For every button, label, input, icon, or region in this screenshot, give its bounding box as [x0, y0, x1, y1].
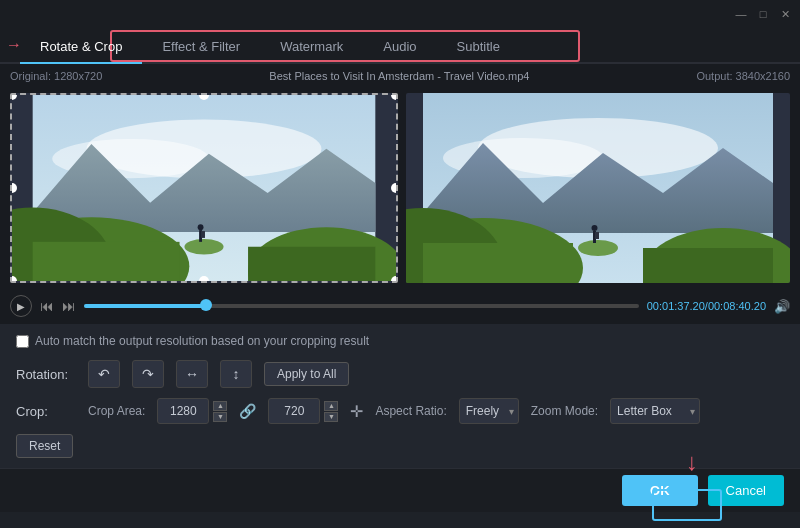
flip-vertical-button[interactable]: ↕	[220, 360, 252, 388]
reset-button[interactable]: Reset	[16, 434, 73, 458]
tab-bar: → Rotate & Crop Effect & Filter Watermar…	[0, 28, 800, 64]
crop-height-input[interactable]	[268, 398, 320, 424]
controls-area: Auto match the output resolution based o…	[0, 324, 800, 468]
volume-icon[interactable]: 🔊	[774, 299, 790, 314]
aspect-ratio-select[interactable]: Freely 16:9 4:3 1:1	[459, 398, 519, 424]
output-label: Output: 3840x2160	[696, 70, 790, 82]
svg-point-22	[578, 240, 618, 256]
tab-subtitle[interactable]: Subtitle	[437, 31, 520, 62]
svg-point-11	[198, 224, 204, 230]
maximize-button[interactable]: □	[756, 7, 770, 21]
crop-row: Crop: Crop Area: ▲ ▼ 🔗 ▲ ▼ ✛ Aspect Rati…	[16, 398, 784, 424]
crop-handle-tr[interactable]	[391, 93, 398, 100]
crop-height-up[interactable]: ▲	[324, 401, 338, 411]
original-label: Original: 1280x720	[10, 70, 102, 82]
crop-height-group: ▲ ▼	[268, 398, 338, 424]
video-title: Best Places to Visit In Amsterdam - Trav…	[269, 70, 529, 82]
tab-watermark[interactable]: Watermark	[260, 31, 363, 62]
crop-handle-bl[interactable]	[10, 276, 17, 283]
seek-bar[interactable]	[84, 304, 639, 308]
seek-thumb[interactable]	[200, 299, 212, 311]
apply-all-button[interactable]: Apply to All	[264, 362, 349, 386]
crop-height-spinners: ▲ ▼	[324, 401, 338, 422]
video-area: Original: 1280x720 Best Places to Visit …	[0, 64, 800, 324]
crop-handle-br[interactable]	[391, 276, 398, 283]
crop-width-down[interactable]: ▼	[213, 412, 227, 422]
svg-point-24	[592, 225, 598, 231]
prev-frame-button[interactable]: ⏮	[40, 298, 54, 314]
crop-label: Crop:	[16, 404, 76, 419]
video-preview-output	[406, 93, 790, 283]
zoom-mode-label: Zoom Mode:	[531, 404, 598, 418]
crop-width-spinners: ▲ ▼	[213, 401, 227, 422]
cancel-button[interactable]: Cancel	[708, 475, 784, 506]
close-button[interactable]: ✕	[778, 7, 792, 21]
svg-point-9	[184, 239, 223, 255]
tab-effect-filter[interactable]: Effect & Filter	[142, 31, 260, 62]
bottom-bar: OK Cancel	[0, 468, 800, 512]
link-icon: 🔗	[239, 403, 256, 419]
title-bar: — □ ✕	[0, 0, 800, 28]
reset-row: Reset	[16, 434, 784, 458]
next-frame-button[interactable]: ⏭	[62, 298, 76, 314]
play-button[interactable]: ▶	[10, 295, 32, 317]
video-previews	[0, 88, 800, 288]
time-display: 00:01:37.20/00:08:40.20	[647, 300, 766, 312]
rotation-label: Rotation:	[16, 367, 76, 382]
ok-button[interactable]: OK	[622, 475, 698, 506]
video-preview-original	[10, 93, 398, 283]
rotate-right-button[interactable]: ↷	[132, 360, 164, 388]
move-icon: ✛	[350, 402, 363, 421]
svg-rect-8	[248, 247, 375, 281]
svg-rect-12	[201, 231, 205, 238]
seek-fill	[84, 304, 206, 308]
flip-horizontal-button[interactable]: ↔	[176, 360, 208, 388]
rotate-left-button[interactable]: ↶	[88, 360, 120, 388]
video-info-bar: Original: 1280x720 Best Places to Visit …	[0, 64, 800, 88]
ok-arrow-indicator: ↓	[686, 450, 698, 474]
tab-rotate-crop[interactable]: Rotate & Crop	[20, 31, 142, 64]
zoom-mode-select[interactable]: Letter Box Pan & Scan Full	[610, 398, 700, 424]
crop-height-down[interactable]: ▼	[324, 412, 338, 422]
svg-rect-21	[643, 248, 773, 283]
crop-area-label: Crop Area:	[88, 404, 145, 418]
crop-width-group: ▲ ▼	[157, 398, 227, 424]
auto-match-checkbox[interactable]	[16, 335, 29, 348]
crop-width-up[interactable]: ▲	[213, 401, 227, 411]
rotation-row: Rotation: ↶ ↷ ↔ ↕ Apply to All	[16, 360, 784, 388]
minimize-button[interactable]: —	[734, 7, 748, 21]
tab-audio[interactable]: Audio	[363, 31, 436, 62]
aspect-ratio-label: Aspect Ratio:	[375, 404, 446, 418]
zoom-mode-wrapper: Letter Box Pan & Scan Full	[610, 398, 700, 424]
playback-bar: ▶ ⏮ ⏭ 00:01:37.20/00:08:40.20 🔊	[0, 288, 800, 324]
svg-rect-19	[423, 243, 573, 283]
crop-handle-mr[interactable]	[391, 183, 398, 193]
svg-rect-25	[595, 232, 599, 239]
crop-width-input[interactable]	[157, 398, 209, 424]
checkbox-row: Auto match the output resolution based o…	[16, 334, 784, 348]
crop-handle-bm[interactable]	[199, 276, 209, 283]
svg-rect-6	[33, 242, 180, 281]
auto-match-label: Auto match the output resolution based o…	[35, 334, 369, 348]
aspect-ratio-wrapper: Freely 16:9 4:3 1:1	[459, 398, 519, 424]
